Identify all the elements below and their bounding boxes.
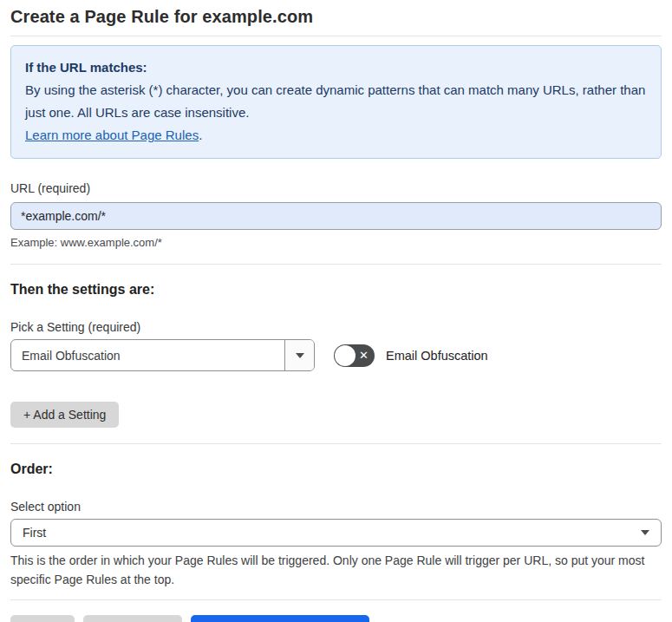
email-obfuscation-toggle[interactable]: ✕ — [334, 344, 375, 367]
order-helper-text: This is the order in which your Page Rul… — [10, 551, 662, 589]
save-and-deploy-button[interactable]: Save and Deploy Page Rule — [191, 615, 369, 622]
create-page-rule-form: Create a Page Rule for example.com If th… — [0, 0, 672, 622]
info-box-body: By using the asterisk (*) character, you… — [25, 79, 647, 124]
chevron-down-icon — [641, 530, 649, 535]
order-section-heading: Order: — [10, 462, 662, 477]
url-field-label: URL (required) — [10, 181, 662, 195]
section-divider-settings — [10, 443, 662, 444]
order-select[interactable]: First — [10, 519, 662, 547]
setting-dropdown-arrow-button[interactable] — [284, 340, 314, 370]
info-box-link-line: Learn more about Page Rules. — [25, 124, 647, 147]
setting-dropdown-value: Email Obfuscation — [11, 340, 284, 370]
setting-picker-row: Email Obfuscation ✕ Email Obfuscation — [10, 339, 662, 371]
toggle-label: Email Obfuscation — [386, 349, 488, 363]
chevron-down-icon — [296, 353, 304, 358]
section-divider-url — [10, 264, 662, 265]
learn-more-link[interactable]: Learn more about Page Rules — [25, 128, 199, 142]
toggle-off-x-icon: ✕ — [359, 350, 369, 361]
order-select-label: Select option — [10, 500, 662, 514]
settings-section-heading: Then the settings are: — [10, 282, 662, 298]
page-title: Create a Page Rule for example.com — [10, 7, 662, 36]
order-select-value: First — [23, 526, 46, 540]
setting-dropdown[interactable]: Email Obfuscation — [10, 339, 315, 371]
footer-divider — [10, 599, 662, 600]
title-divider — [10, 36, 662, 36]
url-match-info-box: If the URL matches: By using the asteris… — [10, 45, 662, 159]
url-input[interactable] — [10, 202, 662, 230]
footer-actions: Cancel Save as Draft Save and Deploy Pag… — [10, 615, 662, 622]
info-box-heading: If the URL matches: — [25, 56, 647, 79]
toggle-knob — [335, 345, 356, 366]
cancel-button[interactable]: Cancel — [10, 615, 75, 622]
url-example-helper: Example: www.example.com/* — [10, 236, 662, 249]
link-period: . — [199, 128, 202, 142]
save-as-draft-button[interactable]: Save as Draft — [83, 615, 183, 622]
setting-picker-label: Pick a Setting (required) — [10, 320, 662, 334]
add-setting-button[interactable]: + Add a Setting — [10, 402, 119, 428]
